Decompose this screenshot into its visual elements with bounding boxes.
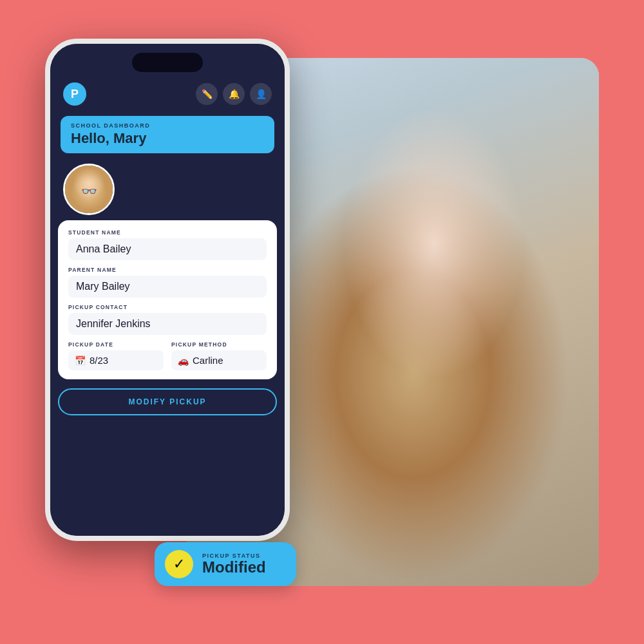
top-icons-group: ✏️ 🔔 👤 bbox=[196, 83, 272, 105]
car-icon: 🚗 bbox=[178, 355, 189, 366]
banner-subtitle: School Dashboard bbox=[71, 122, 264, 129]
status-badge: ✓ PICKUP STATUS Modified bbox=[155, 542, 296, 586]
modify-pickup-button[interactable]: MODIFY PICKUP bbox=[58, 388, 277, 415]
phone-mockup: P ✏️ 🔔 👤 School Dashboard Hello, Mary bbox=[45, 39, 290, 541]
pickup-contact-value: Jennifer Jenkins bbox=[68, 313, 267, 335]
pickup-method-col: PICKUP METHOD 🚗 Carline bbox=[171, 341, 267, 370]
pickup-date-col: PICKUP DATE 📅 8/23 bbox=[68, 341, 164, 370]
dynamic-island bbox=[132, 53, 203, 72]
app-logo: P bbox=[63, 82, 86, 106]
pickup-method-value: 🚗 Carline bbox=[171, 350, 267, 370]
avatar-face bbox=[65, 166, 113, 213]
student-name-label: STUDENT NAME bbox=[68, 229, 267, 236]
check-circle-icon: ✓ bbox=[165, 550, 193, 578]
date-method-row: PICKUP DATE 📅 8/23 PICKUP METHOD 🚗 Carli… bbox=[68, 341, 267, 370]
info-card: STUDENT NAME Anna Bailey PARENT NAME Mar… bbox=[58, 220, 277, 379]
parent-name-value: Mary Bailey bbox=[68, 276, 267, 298]
pickup-date-value: 📅 8/23 bbox=[68, 350, 164, 370]
pickup-contact-label: PICKUP CONTACT bbox=[68, 304, 267, 310]
user-avatar bbox=[63, 164, 115, 215]
calendar-icon: 📅 bbox=[75, 355, 86, 366]
pickup-method-label: PICKUP METHOD bbox=[171, 341, 267, 348]
edit-icon-button[interactable]: ✏️ bbox=[196, 83, 218, 105]
banner-greeting: Hello, Mary bbox=[71, 130, 264, 147]
parent-name-label: PARENT NAME bbox=[68, 267, 267, 273]
bell-icon-button[interactable]: 🔔 bbox=[223, 83, 245, 105]
hello-banner: School Dashboard Hello, Mary bbox=[61, 116, 274, 153]
main-card: P ✏️ 🔔 👤 School Dashboard Hello, Mary bbox=[45, 39, 599, 605]
status-label-main: Modified bbox=[202, 559, 266, 576]
student-name-value: Anna Bailey bbox=[68, 238, 267, 260]
user-icon-button[interactable]: 👤 bbox=[250, 83, 272, 105]
avatar-container bbox=[50, 153, 285, 220]
status-text-block: PICKUP STATUS Modified bbox=[202, 553, 266, 576]
phone-screen: P ✏️ 🔔 👤 School Dashboard Hello, Mary bbox=[50, 44, 285, 536]
pickup-date-label: PICKUP DATE bbox=[68, 341, 164, 348]
